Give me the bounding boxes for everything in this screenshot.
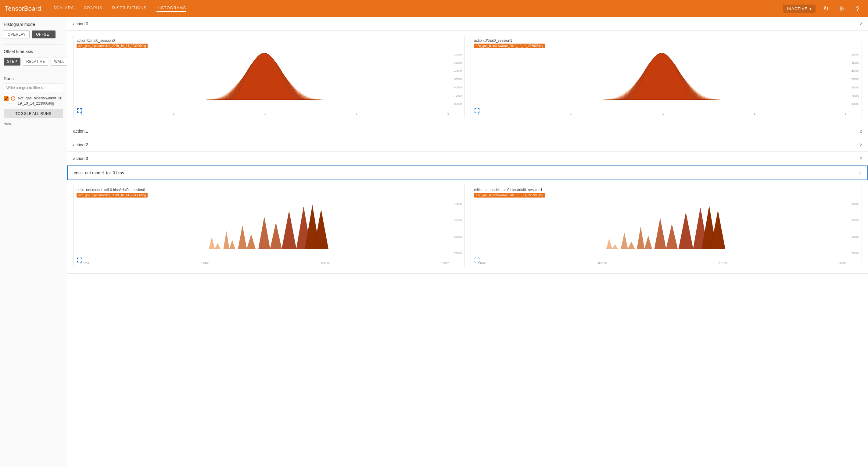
svg-marker-36 bbox=[606, 239, 612, 249]
chart-tag-critic-s0: a2c_gae_bipedalwalker_2019_10_14_223906/… bbox=[76, 193, 148, 198]
divider-2 bbox=[4, 72, 63, 72]
svg-marker-41 bbox=[645, 236, 652, 249]
section-action3-header[interactable]: action.3 2 bbox=[67, 152, 868, 166]
run-checkbox[interactable] bbox=[4, 96, 8, 101]
app-brand: TensorBoard bbox=[5, 5, 41, 12]
chart-body-action0-s0: 20000 30000 40000 50000 60000 70000 8000… bbox=[73, 51, 464, 118]
expand-icon-critic-s0[interactable] bbox=[76, 257, 83, 265]
run-name: a2c_gae_bipedalwalker_2019_10_14_223906/… bbox=[18, 96, 63, 106]
section-critic-header[interactable]: critic_net.model_tail.0.bias 2 bbox=[67, 166, 868, 180]
charts-row-action0: action.0/trial0_session0 a2c_gae_bipedal… bbox=[73, 36, 862, 118]
offset-button[interactable]: OFFSET bbox=[32, 31, 55, 38]
y-axis-action0-s0: 20000 30000 40000 50000 60000 70000 8000… bbox=[454, 53, 462, 105]
svg-marker-23 bbox=[270, 223, 282, 249]
chart-tag-action0-s0: a2c_gae_bipedalwalker_2019_10_14_223906/… bbox=[76, 43, 148, 48]
section-action0-count: 2 bbox=[860, 22, 862, 26]
svg-marker-16 bbox=[209, 237, 215, 249]
toggle-all-runs-button[interactable]: TOGGLE ALL RUNS bbox=[4, 109, 63, 118]
wall-button[interactable]: WALL bbox=[51, 58, 67, 66]
svg-rect-1 bbox=[77, 108, 78, 110]
settings-button[interactable]: ⚙ bbox=[836, 3, 847, 14]
top-navigation: TensorBoard SCALARS GRAPHS DISTRIBUTIONS… bbox=[0, 0, 868, 17]
expand-icon-action0-s1[interactable] bbox=[474, 108, 480, 115]
chart-body-critic-s0: 10000 30000 50000 70000 -0.0260 -0.0180 … bbox=[73, 200, 464, 267]
relative-button[interactable]: RELATIVE bbox=[23, 58, 48, 66]
svg-rect-55 bbox=[479, 261, 479, 263]
svg-marker-37 bbox=[612, 245, 618, 249]
section-action0-header[interactable]: action.0 2 bbox=[67, 17, 868, 31]
offset-time-label: Offset time axis bbox=[4, 49, 63, 54]
section-action2-title: action.2 bbox=[73, 142, 88, 147]
charts-row-critic: critic_net.model_tail.0.bias/trial0_sess… bbox=[73, 185, 862, 267]
section-action3-count: 2 bbox=[860, 156, 862, 161]
step-button[interactable]: STEP bbox=[4, 58, 21, 66]
section-action0-title: action.0 bbox=[73, 21, 88, 26]
chart-critic-session1: critic_net.model_tail.0.bias/trial0_sess… bbox=[471, 185, 862, 267]
section-critic-title: critic_net.model_tail.0.bias bbox=[74, 170, 124, 175]
section-action2-count: 2 bbox=[860, 143, 862, 147]
svg-rect-5 bbox=[77, 111, 78, 113]
x-axis-critic-s1: -0.0260 -0.0180 -0.0100 0.0002 bbox=[477, 262, 846, 265]
svg-marker-18 bbox=[223, 232, 229, 249]
nav-histograms[interactable]: HISTOGRAMS bbox=[156, 5, 186, 12]
runs-label: Runs bbox=[4, 76, 63, 81]
svg-marker-38 bbox=[621, 233, 628, 249]
bell-chart-svg-1 bbox=[477, 53, 846, 105]
chart-tag-action0-s1: a2c_gae_bipedalwalker_2019_10_14_223906/… bbox=[474, 43, 545, 48]
time-axis-buttons: STEP RELATIVE WALL bbox=[4, 58, 63, 66]
chart-title-critic-s1: critic_net.model_tail.0.bias/trial0_sess… bbox=[471, 185, 862, 193]
section-action2-header[interactable]: action.2 2 bbox=[67, 138, 868, 152]
x-axis-critic-s0: -0.0260 -0.0180 -0.0100 0.0002 bbox=[80, 262, 449, 265]
svg-rect-49 bbox=[474, 258, 475, 259]
section-action0-charts: action.0/trial0_session0 a2c_gae_bipedal… bbox=[67, 31, 868, 124]
runs-filter-input[interactable] bbox=[4, 84, 63, 92]
section-action1-title: action.1 bbox=[73, 129, 88, 134]
section-critic-charts: critic_net.model_tail.0.bias/trial0_sess… bbox=[67, 180, 868, 274]
svg-marker-42 bbox=[654, 219, 666, 249]
help-button[interactable]: ? bbox=[852, 3, 863, 14]
chart-title-action0-s0: action.0/trial0_session0 bbox=[73, 36, 464, 43]
section-critic-count: 2 bbox=[859, 171, 861, 175]
section-action3-title: action.3 bbox=[73, 156, 88, 161]
svg-rect-29 bbox=[77, 258, 78, 259]
sidebar: Histogram mode OVERLAY OFFSET Offset tim… bbox=[0, 17, 67, 467]
status-dropdown[interactable]: INACTIVE ▾ bbox=[783, 5, 815, 13]
svg-marker-44 bbox=[679, 212, 693, 249]
data-label: data bbox=[4, 122, 63, 126]
overlay-button[interactable]: OVERLAY bbox=[4, 31, 30, 38]
svg-rect-51 bbox=[479, 258, 479, 259]
svg-marker-43 bbox=[666, 224, 678, 249]
section-action1-count: 2 bbox=[860, 129, 862, 134]
spike-chart-svg-0 bbox=[80, 202, 449, 255]
nav-links: SCALARS GRAPHS DISTRIBUTIONS HISTOGRAMS bbox=[53, 5, 783, 12]
chart-body-action0-s1: 20000 30000 40000 50000 60000 70000 8000… bbox=[471, 51, 862, 118]
svg-marker-40 bbox=[637, 227, 645, 249]
y-axis-action0-s1: 20000 30000 40000 50000 60000 70000 8000… bbox=[851, 53, 859, 105]
divider-1 bbox=[4, 44, 63, 45]
svg-rect-13 bbox=[474, 111, 475, 113]
run-item: a2c_gae_bipedalwalker_2019_10_14_223906/… bbox=[4, 96, 63, 106]
svg-rect-31 bbox=[82, 258, 82, 259]
histogram-mode-label: Histogram mode bbox=[4, 22, 63, 27]
svg-rect-15 bbox=[479, 111, 479, 113]
expand-icon-critic-s1[interactable] bbox=[474, 257, 480, 265]
y-axis-critic-s1: 10000 30000 50000 70000 bbox=[851, 202, 859, 255]
svg-rect-53 bbox=[474, 261, 475, 263]
svg-marker-19 bbox=[229, 240, 235, 249]
svg-marker-24 bbox=[282, 211, 297, 249]
nav-graphs[interactable]: GRAPHS bbox=[84, 5, 102, 12]
refresh-button[interactable]: ↻ bbox=[820, 3, 831, 14]
expand-icon-action0-s0[interactable] bbox=[76, 108, 83, 115]
svg-rect-33 bbox=[77, 261, 78, 263]
section-action1-header[interactable]: action.1 2 bbox=[67, 124, 868, 138]
run-color-indicator bbox=[11, 96, 15, 101]
mode-buttons: OVERLAY OFFSET bbox=[4, 31, 63, 38]
nav-distributions[interactable]: DISTRIBUTIONS bbox=[112, 5, 147, 12]
svg-rect-11 bbox=[479, 108, 479, 110]
main-content: action.0 2 action.0/trial0_session0 a2c_… bbox=[67, 17, 868, 467]
nav-scalars[interactable]: SCALARS bbox=[53, 5, 74, 12]
svg-rect-7 bbox=[82, 111, 82, 113]
svg-marker-39 bbox=[628, 242, 635, 249]
nav-right: INACTIVE ▾ ↻ ⚙ ? bbox=[783, 3, 863, 14]
chart-tag-critic-s1: a2c_gae_bipedalwalker_2019_10_14_223906/… bbox=[474, 193, 545, 198]
